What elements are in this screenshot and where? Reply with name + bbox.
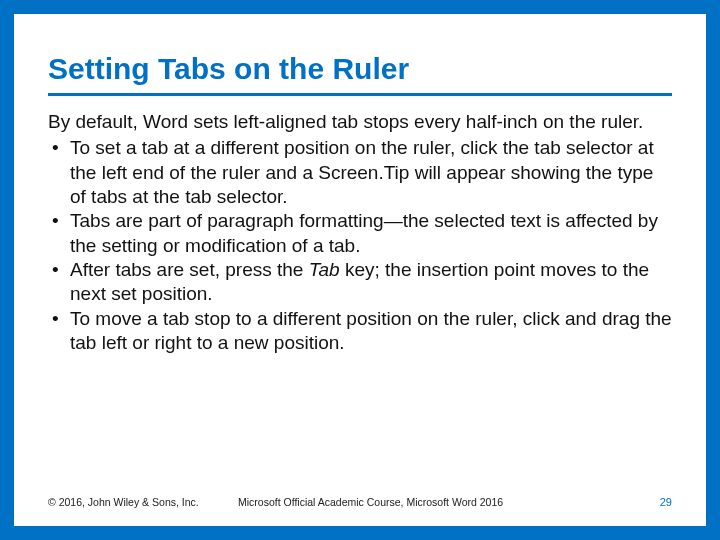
intro-text: By default, Word sets left-aligned tab s…: [48, 110, 672, 134]
list-item: To set a tab at a different position on …: [48, 136, 672, 209]
bullet-text-prefix: After tabs are set, press the: [70, 259, 309, 280]
tab-key-label: Tab: [309, 259, 340, 280]
course-name: Microsoft Official Academic Course, Micr…: [238, 496, 672, 508]
slide-title: Setting Tabs on the Ruler: [48, 52, 672, 96]
slide-footer: © 2016, John Wiley & Sons, Inc. Microsof…: [48, 496, 672, 508]
bullet-text: Tabs are part of paragraph formatting—th…: [70, 210, 658, 255]
list-item: To move a tab stop to a different positi…: [48, 307, 672, 356]
slide-body: By default, Word sets left-aligned tab s…: [48, 110, 672, 355]
bullet-list: To set a tab at a different position on …: [48, 136, 672, 355]
copyright-text: © 2016, John Wiley & Sons, Inc.: [48, 496, 199, 508]
list-item: Tabs are part of paragraph formatting—th…: [48, 209, 672, 258]
list-item: After tabs are set, press the Tab key; t…: [48, 258, 672, 307]
slide: Setting Tabs on the Ruler By default, Wo…: [14, 14, 706, 526]
bullet-text: To move a tab stop to a different positi…: [70, 308, 672, 353]
bullet-text: To set a tab at a different position on …: [70, 137, 654, 207]
